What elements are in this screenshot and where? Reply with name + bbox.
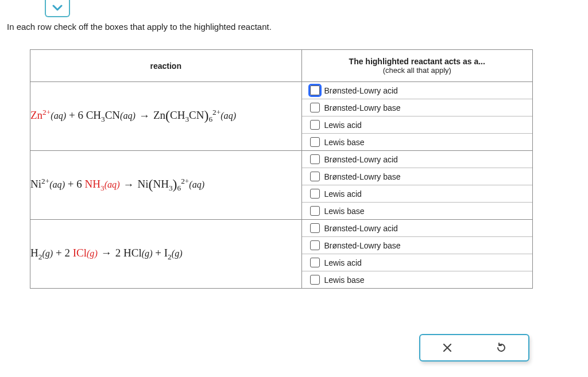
table-row: Zn2+(aq) + 6 CH3CN(aq)→Zn(CH3CN)62+(aq) … bbox=[30, 82, 533, 151]
checkbox[interactable] bbox=[310, 172, 320, 181]
header-acts-as: The highlighted reactant acts as a... (c… bbox=[301, 50, 533, 82]
reset-icon bbox=[496, 342, 507, 353]
checkbox[interactable] bbox=[310, 206, 320, 216]
checkbox[interactable] bbox=[310, 223, 320, 233]
expand-toggle[interactable] bbox=[45, 0, 70, 17]
option-bl-base[interactable]: Brønsted-Lowry base bbox=[302, 236, 533, 254]
option-lewis-acid[interactable]: Lewis acid bbox=[302, 185, 533, 202]
option-list: Brønsted-Lowry acid Brønsted-Lowry base … bbox=[302, 220, 533, 288]
checkbox[interactable] bbox=[310, 258, 320, 267]
close-icon bbox=[442, 343, 452, 353]
reset-button[interactable] bbox=[493, 340, 509, 356]
checkbox[interactable] bbox=[310, 85, 320, 95]
header-reaction: reaction bbox=[30, 50, 302, 82]
reaction-cell: Ni2+(aq) + 6 NH3(aq)→Ni(NH3)62+(aq) bbox=[30, 151, 302, 220]
option-bl-acid[interactable]: Brønsted-Lowry acid bbox=[302, 151, 533, 168]
chevron-down-icon bbox=[52, 5, 63, 11]
checkbox[interactable] bbox=[310, 154, 320, 164]
checkbox[interactable] bbox=[310, 120, 320, 130]
option-lewis-acid[interactable]: Lewis acid bbox=[302, 254, 533, 271]
option-list: Brønsted-Lowry acid Brønsted-Lowry base … bbox=[302, 82, 533, 150]
option-lewis-base[interactable]: Lewis base bbox=[302, 133, 533, 150]
option-lewis-acid[interactable]: Lewis acid bbox=[302, 116, 533, 133]
checkbox[interactable] bbox=[310, 189, 320, 199]
option-bl-acid[interactable]: Brønsted-Lowry acid bbox=[302, 220, 533, 236]
checkbox[interactable] bbox=[310, 137, 320, 147]
table-row: H2(g) + 2 ICl(g)→2 HCl(g) + I2(g) Brønst… bbox=[30, 220, 533, 289]
option-bl-acid[interactable]: Brønsted-Lowry acid bbox=[302, 82, 533, 99]
checkbox[interactable] bbox=[310, 275, 320, 285]
clear-button[interactable] bbox=[439, 340, 455, 356]
reaction-table: reaction The highlighted reactant acts a… bbox=[30, 49, 533, 289]
option-lewis-base[interactable]: Lewis base bbox=[302, 271, 533, 288]
table-row: Ni2+(aq) + 6 NH3(aq)→Ni(NH3)62+(aq) Brøn… bbox=[30, 151, 533, 220]
instruction-text: In each row check off the boxes that app… bbox=[7, 22, 272, 32]
answer-toolbar bbox=[419, 334, 529, 362]
option-list: Brønsted-Lowry acid Brønsted-Lowry base … bbox=[302, 151, 533, 219]
checkbox[interactable] bbox=[310, 240, 320, 250]
checkbox[interactable] bbox=[310, 103, 320, 112]
reaction-cell: Zn2+(aq) + 6 CH3CN(aq)→Zn(CH3CN)62+(aq) bbox=[30, 82, 302, 151]
option-bl-base[interactable]: Brønsted-Lowry base bbox=[302, 99, 533, 116]
option-bl-base[interactable]: Brønsted-Lowry base bbox=[302, 168, 533, 185]
reaction-cell: H2(g) + 2 ICl(g)→2 HCl(g) + I2(g) bbox=[30, 220, 302, 289]
option-lewis-base[interactable]: Lewis base bbox=[302, 202, 533, 219]
